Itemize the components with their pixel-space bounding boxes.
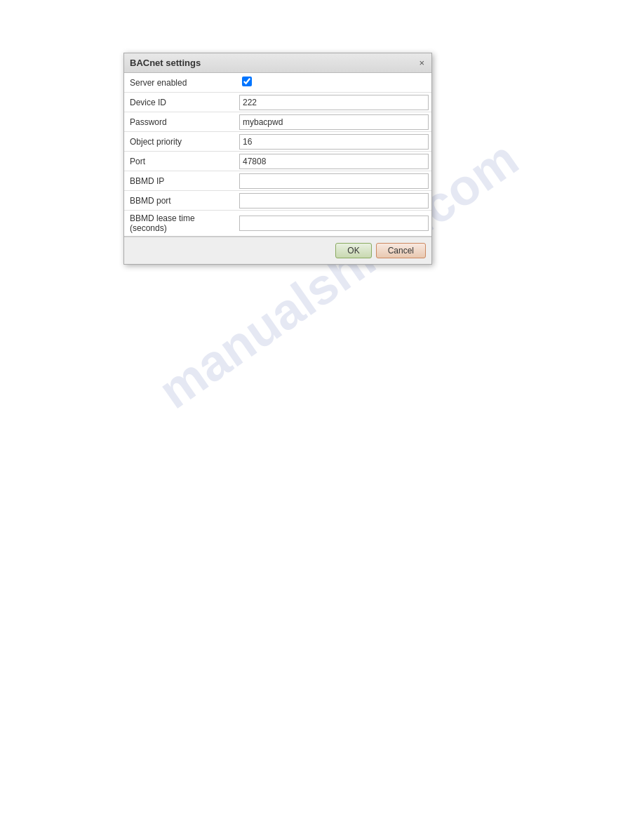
- dialog-titlebar: BACnet settings ×: [124, 53, 431, 73]
- label-port: Port: [124, 154, 236, 169]
- form-row-port: Port: [124, 152, 431, 171]
- form-row-password: Password: [124, 112, 431, 132]
- label-object-priority: Object priority: [124, 134, 236, 150]
- ok-button[interactable]: OK: [335, 243, 371, 258]
- input-server-enabled[interactable]: [242, 77, 252, 86]
- value-bbmd-lease-time: [236, 214, 431, 232]
- value-bbmd-port: [236, 192, 431, 210]
- label-password: Password: [124, 114, 236, 130]
- input-password[interactable]: [239, 114, 429, 130]
- form-row-bbmd-port: BBMD port: [124, 191, 431, 211]
- form-row-server-enabled: Server enabled: [124, 73, 431, 93]
- value-bbmd-ip: [236, 172, 431, 190]
- dialog-title: BACnet settings: [130, 58, 201, 68]
- value-password: [236, 113, 431, 131]
- input-bbmd-lease-time[interactable]: [239, 216, 429, 231]
- input-device-id[interactable]: [239, 95, 429, 110]
- dialog-footer: OK Cancel: [124, 237, 431, 264]
- form-row-bbmd-lease-time: BBMD lease time (seconds): [124, 211, 431, 236]
- value-server-enabled: [236, 74, 431, 91]
- value-port: [236, 152, 431, 171]
- dialog-close-button[interactable]: ×: [417, 58, 426, 67]
- input-object-priority[interactable]: [239, 134, 429, 150]
- form-row-bbmd-ip: BBMD IP: [124, 171, 431, 191]
- form-row-device-id: Device ID: [124, 93, 431, 112]
- dialog-body: Server enabled Device ID Password Object…: [124, 73, 431, 237]
- label-bbmd-ip: BBMD IP: [124, 173, 236, 189]
- bacnet-settings-dialog: BACnet settings × Server enabled Device …: [123, 53, 432, 265]
- label-bbmd-port: BBMD port: [124, 193, 236, 208]
- value-device-id: [236, 93, 431, 112]
- input-bbmd-port[interactable]: [239, 193, 429, 208]
- value-object-priority: [236, 133, 431, 151]
- form-row-object-priority: Object priority: [124, 132, 431, 152]
- label-server-enabled: Server enabled: [124, 75, 236, 91]
- label-device-id: Device ID: [124, 95, 236, 110]
- input-port[interactable]: [239, 154, 429, 169]
- cancel-button[interactable]: Cancel: [376, 243, 426, 258]
- label-bbmd-lease-time: BBMD lease time (seconds): [124, 211, 236, 236]
- input-bbmd-ip[interactable]: [239, 173, 429, 189]
